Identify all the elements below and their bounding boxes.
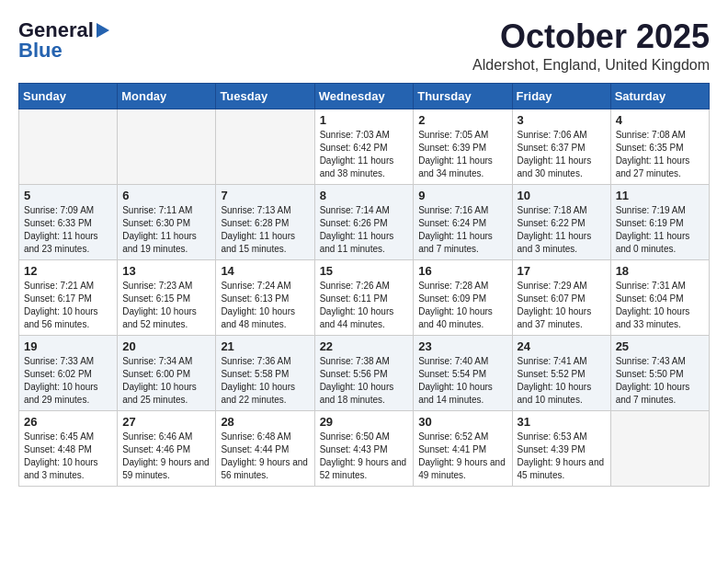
cell-content: Sunrise: 7:06 AM Sunset: 6:37 PM Dayligh… (518, 129, 606, 180)
weekday-friday: Friday (512, 83, 610, 109)
calendar-cell: 28Sunrise: 6:48 AM Sunset: 4:44 PM Dayli… (216, 410, 314, 486)
weekday-wednesday: Wednesday (314, 83, 414, 109)
day-number: 26 (24, 415, 112, 429)
day-number: 8 (320, 189, 409, 202)
day-number: 18 (616, 264, 704, 278)
day-number: 22 (320, 339, 409, 353)
cell-content: Sunrise: 7:11 AM Sunset: 6:30 PM Dayligh… (122, 204, 210, 256)
day-number: 23 (418, 339, 506, 353)
day-number: 1 (320, 113, 409, 127)
calendar-cell: 10Sunrise: 7:18 AM Sunset: 6:22 PM Dayli… (512, 184, 610, 259)
weekday-tuesday: Tuesday (216, 83, 314, 109)
cell-content: Sunrise: 7:21 AM Sunset: 6:17 PM Dayligh… (24, 280, 112, 331)
day-number: 16 (418, 264, 506, 278)
cell-content: Sunrise: 7:31 AM Sunset: 6:04 PM Dayligh… (616, 280, 704, 331)
day-number: 29 (320, 415, 409, 429)
cell-content: Sunrise: 7:29 AM Sunset: 6:07 PM Dayligh… (518, 280, 606, 331)
calendar-cell: 26Sunrise: 6:45 AM Sunset: 4:48 PM Dayli… (19, 410, 118, 486)
calendar-cell: 5Sunrise: 7:09 AM Sunset: 6:33 PM Daylig… (19, 184, 118, 259)
day-number: 14 (221, 264, 309, 278)
page-header: General Blue October 2025 Aldershot, Eng… (18, 18, 710, 74)
day-number: 12 (24, 264, 112, 278)
day-number: 21 (221, 339, 309, 353)
calendar-cell: 6Sunrise: 7:11 AM Sunset: 6:30 PM Daylig… (118, 184, 216, 259)
calendar-cell (216, 109, 314, 184)
calendar-table: SundayMondayTuesdayWednesdayThursdayFrid… (18, 83, 710, 487)
calendar-cell: 17Sunrise: 7:29 AM Sunset: 6:07 PM Dayli… (512, 259, 610, 335)
calendar-cell: 9Sunrise: 7:16 AM Sunset: 6:24 PM Daylig… (414, 184, 512, 259)
day-number: 7 (221, 189, 309, 202)
title-block: October 2025 Aldershot, England, United … (472, 18, 710, 74)
day-number: 10 (518, 189, 606, 202)
cell-content: Sunrise: 7:19 AM Sunset: 6:19 PM Dayligh… (616, 204, 704, 256)
cell-content: Sunrise: 7:09 AM Sunset: 6:33 PM Dayligh… (24, 204, 112, 256)
cell-content: Sunrise: 6:48 AM Sunset: 4:44 PM Dayligh… (221, 431, 309, 482)
day-number: 11 (616, 189, 704, 202)
cell-content: Sunrise: 7:40 AM Sunset: 5:54 PM Dayligh… (418, 355, 506, 407)
calendar-cell: 12Sunrise: 7:21 AM Sunset: 6:17 PM Dayli… (19, 259, 118, 335)
weekday-header-row: SundayMondayTuesdayWednesdayThursdayFrid… (19, 83, 710, 109)
calendar-cell: 30Sunrise: 6:52 AM Sunset: 4:41 PM Dayli… (414, 410, 512, 486)
cell-content: Sunrise: 7:28 AM Sunset: 6:09 PM Dayligh… (418, 280, 506, 331)
calendar-cell: 7Sunrise: 7:13 AM Sunset: 6:28 PM Daylig… (216, 184, 314, 259)
cell-content: Sunrise: 6:50 AM Sunset: 4:43 PM Dayligh… (320, 431, 409, 482)
calendar-cell: 4Sunrise: 7:08 AM Sunset: 6:35 PM Daylig… (610, 109, 709, 184)
cell-content: Sunrise: 7:41 AM Sunset: 5:52 PM Dayligh… (518, 355, 606, 407)
weekday-monday: Monday (118, 83, 216, 109)
day-number: 24 (518, 339, 606, 353)
calendar-cell: 3Sunrise: 7:06 AM Sunset: 6:37 PM Daylig… (512, 109, 610, 184)
weekday-thursday: Thursday (414, 83, 512, 109)
cell-content: Sunrise: 7:18 AM Sunset: 6:22 PM Dayligh… (518, 204, 606, 256)
cell-content: Sunrise: 7:05 AM Sunset: 6:39 PM Dayligh… (418, 129, 506, 180)
day-number: 27 (122, 415, 210, 429)
cell-content: Sunrise: 7:23 AM Sunset: 6:15 PM Dayligh… (122, 280, 210, 331)
calendar-cell: 25Sunrise: 7:43 AM Sunset: 5:50 PM Dayli… (610, 335, 709, 410)
day-number: 6 (122, 189, 210, 202)
calendar-cell: 29Sunrise: 6:50 AM Sunset: 4:43 PM Dayli… (314, 410, 414, 486)
calendar-cell: 11Sunrise: 7:19 AM Sunset: 6:19 PM Dayli… (610, 184, 709, 259)
calendar-cell: 16Sunrise: 7:28 AM Sunset: 6:09 PM Dayli… (414, 259, 512, 335)
cell-content: Sunrise: 7:13 AM Sunset: 6:28 PM Dayligh… (221, 204, 309, 256)
day-number: 30 (418, 415, 506, 429)
weekday-sunday: Sunday (19, 83, 118, 109)
calendar-cell: 21Sunrise: 7:36 AM Sunset: 5:58 PM Dayli… (216, 335, 314, 410)
day-number: 2 (418, 113, 506, 127)
cell-content: Sunrise: 7:24 AM Sunset: 6:13 PM Dayligh… (221, 280, 309, 331)
day-number: 19 (24, 339, 112, 353)
cell-content: Sunrise: 7:33 AM Sunset: 6:02 PM Dayligh… (24, 355, 112, 407)
cell-content: Sunrise: 7:08 AM Sunset: 6:35 PM Dayligh… (616, 129, 704, 180)
cell-content: Sunrise: 7:38 AM Sunset: 5:56 PM Dayligh… (320, 355, 409, 407)
cell-content: Sunrise: 7:16 AM Sunset: 6:24 PM Dayligh… (418, 204, 506, 256)
cell-content: Sunrise: 6:53 AM Sunset: 4:39 PM Dayligh… (518, 431, 606, 482)
cell-content: Sunrise: 6:45 AM Sunset: 4:48 PM Dayligh… (24, 431, 112, 482)
calendar-cell: 24Sunrise: 7:41 AM Sunset: 5:52 PM Dayli… (512, 335, 610, 410)
day-number: 31 (518, 415, 606, 429)
calendar-cell (118, 109, 216, 184)
day-number: 20 (122, 339, 210, 353)
calendar-cell (610, 410, 709, 486)
day-number: 9 (418, 189, 506, 202)
cell-content: Sunrise: 6:52 AM Sunset: 4:41 PM Dayligh… (418, 431, 506, 482)
calendar-cell: 13Sunrise: 7:23 AM Sunset: 6:15 PM Dayli… (118, 259, 216, 335)
cell-content: Sunrise: 7:14 AM Sunset: 6:26 PM Dayligh… (320, 204, 409, 256)
day-number: 13 (122, 264, 210, 278)
cell-content: Sunrise: 7:26 AM Sunset: 6:11 PM Dayligh… (320, 280, 409, 331)
calendar-cell: 14Sunrise: 7:24 AM Sunset: 6:13 PM Dayli… (216, 259, 314, 335)
calendar-week-row: 26Sunrise: 6:45 AM Sunset: 4:48 PM Dayli… (19, 410, 710, 486)
day-number: 25 (616, 339, 704, 353)
calendar-cell: 8Sunrise: 7:14 AM Sunset: 6:26 PM Daylig… (314, 184, 414, 259)
location: Aldershot, England, United Kingdom (472, 57, 710, 74)
day-number: 3 (518, 113, 606, 127)
cell-content: Sunrise: 7:43 AM Sunset: 5:50 PM Dayligh… (616, 355, 704, 407)
day-number: 5 (24, 189, 112, 202)
calendar-cell: 19Sunrise: 7:33 AM Sunset: 6:02 PM Dayli… (19, 335, 118, 410)
calendar-cell: 23Sunrise: 7:40 AM Sunset: 5:54 PM Dayli… (414, 335, 512, 410)
calendar-cell: 1Sunrise: 7:03 AM Sunset: 6:42 PM Daylig… (314, 109, 414, 184)
calendar-cell: 20Sunrise: 7:34 AM Sunset: 6:00 PM Dayli… (118, 335, 216, 410)
day-number: 17 (518, 264, 606, 278)
month-title: October 2025 (472, 18, 710, 55)
calendar-cell: 2Sunrise: 7:05 AM Sunset: 6:39 PM Daylig… (414, 109, 512, 184)
cell-content: Sunrise: 7:34 AM Sunset: 6:00 PM Dayligh… (122, 355, 210, 407)
calendar-week-row: 19Sunrise: 7:33 AM Sunset: 6:02 PM Dayli… (19, 335, 710, 410)
day-number: 4 (616, 113, 704, 127)
